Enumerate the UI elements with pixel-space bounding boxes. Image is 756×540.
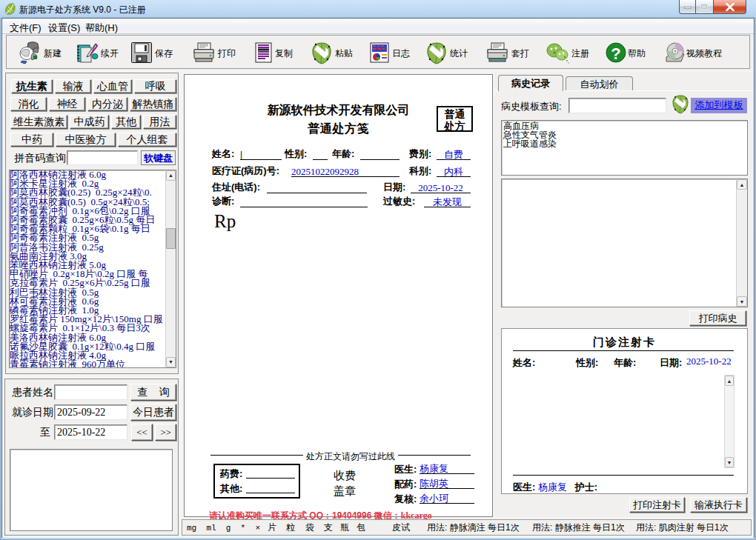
svg-text:?: ? — [611, 44, 620, 63]
